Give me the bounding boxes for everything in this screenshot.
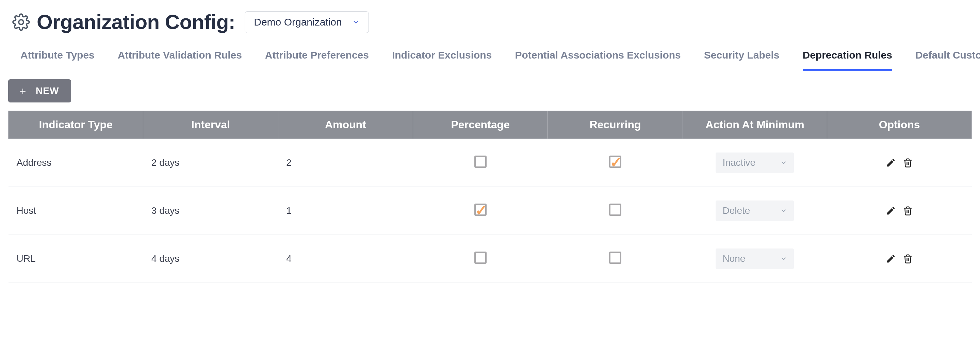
recurring-checkbox[interactable] — [609, 251, 621, 264]
cell-options — [827, 139, 972, 187]
recurring-checkbox[interactable] — [609, 156, 621, 168]
table-row: Host3 days1Delete — [8, 187, 972, 235]
tab-attribute-validation-rules[interactable]: Attribute Validation Rules — [118, 49, 242, 71]
cell-percentage — [413, 187, 547, 235]
cell-indicator-type: Host — [8, 187, 143, 235]
action-select-value: None — [722, 253, 745, 264]
recurring-checkbox[interactable] — [609, 203, 621, 216]
percentage-checkbox[interactable] — [474, 251, 487, 264]
cell-interval: 2 days — [143, 139, 278, 187]
col-options: Options — [827, 111, 972, 139]
chevron-down-icon — [780, 159, 787, 166]
new-button-label: NEW — [36, 86, 59, 96]
delete-icon[interactable] — [903, 157, 913, 168]
cell-action: Delete — [682, 187, 827, 235]
cell-options — [827, 235, 972, 283]
col-recurring: Recurring — [548, 111, 682, 139]
tab-potential-associations-exclusions[interactable]: Potential Associations Exclusions — [515, 49, 681, 71]
tab-attribute-preferences[interactable]: Attribute Preferences — [265, 49, 369, 71]
delete-icon[interactable] — [903, 254, 913, 264]
content-area: ＋ NEW Indicator Type Interval Amount Per… — [0, 71, 980, 291]
delete-icon[interactable] — [903, 206, 913, 216]
cell-recurring — [548, 187, 682, 235]
deprecation-rules-table: Indicator Type Interval Amount Percentag… — [8, 111, 972, 283]
cell-action: None — [682, 235, 827, 283]
chevron-down-icon — [352, 18, 360, 26]
col-interval: Interval — [143, 111, 278, 139]
cell-options — [827, 187, 972, 235]
col-percentage: Percentage — [413, 111, 547, 139]
tab-indicator-exclusions[interactable]: Indicator Exclusions — [392, 49, 492, 71]
edit-icon[interactable] — [886, 206, 896, 216]
cell-percentage — [413, 235, 547, 283]
col-amount: Amount — [278, 111, 413, 139]
new-button[interactable]: ＋ NEW — [8, 79, 71, 102]
chevron-down-icon — [780, 207, 787, 214]
cell-recurring — [548, 235, 682, 283]
cell-interval: 4 days — [143, 235, 278, 283]
action-select-value: Delete — [722, 205, 750, 216]
organization-select-value: Demo Organization — [254, 16, 342, 28]
tab-bar: Attribute TypesAttribute Validation Rule… — [0, 37, 980, 71]
edit-icon[interactable] — [886, 254, 896, 264]
table-row: Address2 days2Inactive — [8, 139, 972, 187]
col-indicator-type: Indicator Type — [8, 111, 143, 139]
cell-amount: 1 — [278, 187, 413, 235]
edit-icon[interactable] — [886, 157, 896, 168]
table-header-row: Indicator Type Interval Amount Percentag… — [8, 111, 972, 139]
cell-amount: 2 — [278, 139, 413, 187]
cell-recurring — [548, 139, 682, 187]
percentage-checkbox[interactable] — [474, 203, 487, 216]
tab-security-labels[interactable]: Security Labels — [704, 49, 780, 71]
chevron-down-icon — [780, 255, 787, 262]
col-action-at-minimum: Action At Minimum — [682, 111, 827, 139]
page-title: Organization Config: — [37, 10, 235, 34]
page-header: Organization Config: Demo Organization — [0, 0, 980, 37]
tab-default-custom-views[interactable]: Default Custom Views — [915, 49, 980, 71]
action-at-minimum-select[interactable]: Inactive — [716, 153, 794, 173]
tab-attribute-types[interactable]: Attribute Types — [21, 49, 95, 71]
cell-indicator-type: URL — [8, 235, 143, 283]
cell-percentage — [413, 139, 547, 187]
action-select-value: Inactive — [722, 157, 756, 168]
gear-icon — [12, 13, 30, 31]
cell-action: Inactive — [682, 139, 827, 187]
action-at-minimum-select[interactable]: Delete — [716, 200, 794, 221]
cell-interval: 3 days — [143, 187, 278, 235]
cell-amount: 4 — [278, 235, 413, 283]
action-at-minimum-select[interactable]: None — [716, 248, 794, 269]
table-row: URL4 days4None — [8, 235, 972, 283]
svg-point-0 — [19, 20, 24, 24]
percentage-checkbox[interactable] — [474, 156, 487, 168]
organization-select[interactable]: Demo Organization — [245, 11, 369, 33]
cell-indicator-type: Address — [8, 139, 143, 187]
tab-deprecation-rules[interactable]: Deprecation Rules — [803, 49, 892, 71]
